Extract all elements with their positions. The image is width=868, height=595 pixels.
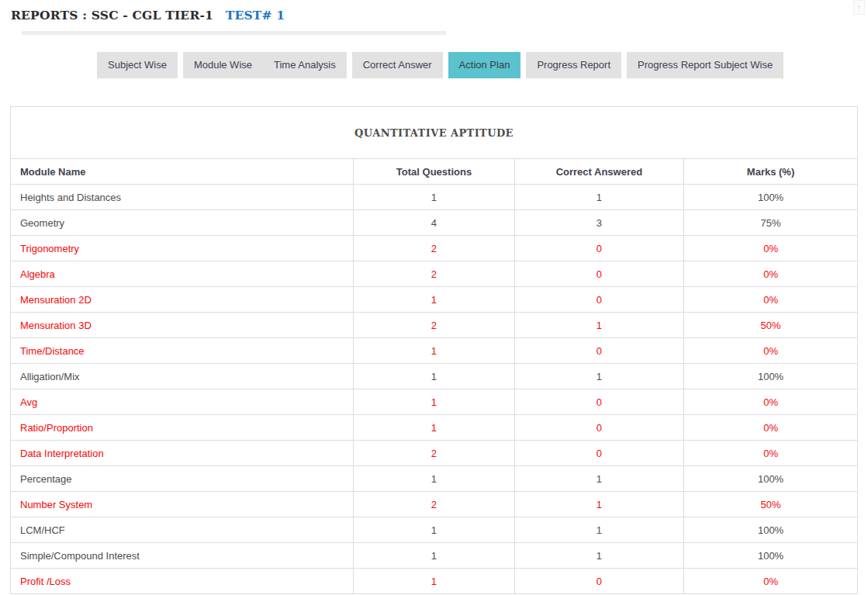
total-questions-cell: 1 [354,415,514,441]
marks-cell: 100% [684,543,858,569]
total-questions-cell: 1 [354,364,514,389]
marks-cell: 0% [684,415,858,441]
marks-cell: 0% [684,569,858,594]
report-tab[interactable]: Subject Wise [97,52,178,78]
module-name-cell: LCM/HCF [11,517,354,543]
page-header: REPORTS : SSC - CGL TIER-1 TEST# 1 [0,0,868,35]
marks-cell: 50% [684,492,858,517]
table-row: Percentage 1 1 100% [11,466,858,492]
column-header-module-name: Module Name [11,159,354,185]
report-tab[interactable]: Time Analysis [263,52,347,78]
report-tab[interactable]: Module Wise [183,52,263,78]
total-questions-cell: 2 [354,261,514,287]
section-title: QUANTITATIVE APTITUDE [11,107,858,159]
marks-cell: 100% [684,364,858,389]
correct-answered-cell: 0 [514,338,683,364]
column-header-correct-answered: Correct Answered [514,159,683,185]
module-name-cell: Avg [11,389,354,415]
module-name-cell: Alligation/Mix [11,364,354,389]
total-questions-cell: 1 [354,569,514,594]
table-row: Data Interpretation 2 0 0% [11,441,858,466]
marks-cell: 75% [684,210,858,236]
table-body: Heights and Distances 1 1 100% Geometry … [11,185,858,594]
table-row: Mensuration 3D 2 1 50% [11,313,858,338]
correct-answered-cell: 0 [514,441,683,466]
scroll-top-arrow-icon: ↑ [857,3,861,12]
module-name-cell: Algebra [11,261,354,287]
total-questions-cell: 1 [354,389,514,415]
module-name-cell: Ratio/Proportion [11,415,354,441]
total-questions-cell: 2 [354,236,514,261]
table-row: Heights and Distances 1 1 100% [11,185,858,210]
module-name-cell: Number System [11,492,354,517]
total-questions-cell: 1 [354,287,514,313]
module-name-cell: Percentage [11,466,354,492]
correct-answered-cell: 1 [514,517,683,543]
table-row: Time/Distance 1 0 0% [11,338,858,364]
total-questions-cell: 1 [354,517,514,543]
correct-answered-cell: 1 [514,185,683,210]
marks-cell: 0% [684,389,858,415]
correct-answered-cell: 1 [514,313,683,338]
report-tab[interactable]: Progress Report [526,52,621,78]
report-tab[interactable]: Progress Report Subject Wise [627,52,783,78]
scroll-top-button[interactable]: ↑ [853,0,865,15]
module-name-cell: Data Interpretation [11,441,354,466]
report-tab[interactable]: Correct Answer [352,52,443,78]
action-plan-table: QUANTITATIVE APTITUDE Module Name Total … [10,106,858,594]
total-questions-cell: 1 [354,338,514,364]
module-name-cell: Geometry [11,210,354,236]
correct-answered-cell: 1 [514,466,683,492]
total-questions-cell: 2 [354,441,514,466]
table-row: Trigonometry 2 0 0% [11,236,858,261]
table-row: Number System 2 1 50% [11,492,858,517]
marks-cell: 100% [684,185,858,210]
table-row: Profit /Loss 1 0 0% [11,569,858,594]
marks-cell: 0% [684,338,858,364]
marks-cell: 0% [684,441,858,466]
correct-answered-cell: 1 [514,364,683,389]
correct-answered-cell: 1 [514,492,683,517]
correct-answered-cell: 0 [514,236,683,261]
correct-answered-cell: 0 [514,415,683,441]
marks-cell: 0% [684,287,858,313]
total-questions-cell: 1 [354,543,514,569]
marks-cell: 0% [684,236,858,261]
table-row: LCM/HCF 1 1 100% [11,517,858,543]
marks-cell: 50% [684,313,858,338]
correct-answered-cell: 0 [514,261,683,287]
module-name-cell: Time/Distance [11,338,354,364]
module-name-cell: Mensuration 3D [11,313,354,338]
page-title: REPORTS : SSC - CGL TIER-1 TEST# 1 [11,8,868,22]
table-row: Ratio/Proportion 1 0 0% [11,415,858,441]
correct-answered-cell: 0 [514,287,683,313]
column-header-total-questions: Total Questions [354,159,514,185]
module-name-cell: Simple/Compound Interest [11,543,354,569]
module-name-cell: Mensuration 2D [11,287,354,313]
total-questions-cell: 1 [354,466,514,492]
table-row: Mensuration 2D 1 0 0% [11,287,858,313]
total-questions-cell: 4 [354,210,514,236]
correct-answered-cell: 1 [514,543,683,569]
page-title-text: REPORTS : SSC - CGL TIER-1 [11,8,213,22]
table-row: Alligation/Mix 1 1 100% [11,364,858,389]
test-number-link[interactable]: TEST# 1 [226,8,285,22]
total-questions-cell: 2 [354,492,514,517]
section-title-row: QUANTITATIVE APTITUDE [11,107,858,159]
table-row: Geometry 4 3 75% [11,210,858,236]
marks-cell: 100% [684,517,858,543]
column-header-marks: Marks (%) [684,159,858,185]
table-row: Avg 1 0 0% [11,389,858,415]
marks-cell: 100% [684,466,858,492]
module-name-cell: Heights and Distances [11,185,354,210]
module-name-cell: Trigonometry [11,236,354,261]
module-name-cell: Profit /Loss [11,569,354,594]
table-header-row: Module Name Total Questions Correct Answ… [11,159,858,185]
report-tab[interactable]: Action Plan [448,52,521,78]
total-questions-cell: 1 [354,185,514,210]
marks-cell: 0% [684,261,858,287]
table-row: Algebra 2 0 0% [11,261,858,287]
correct-answered-cell: 0 [514,569,683,594]
total-questions-cell: 2 [354,313,514,338]
table-row: Simple/Compound Interest 1 1 100% [11,543,858,569]
